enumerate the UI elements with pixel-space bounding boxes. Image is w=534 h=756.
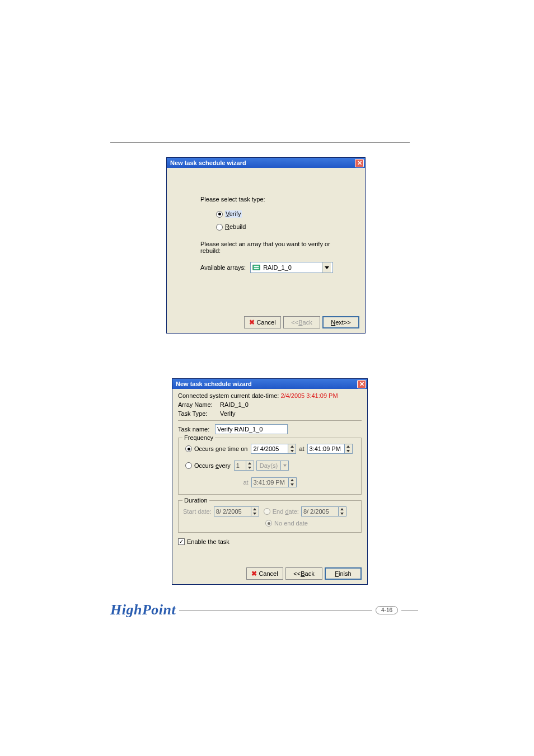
task-name-input[interactable]	[215, 424, 288, 434]
array-name-row: Array Name: RAID_1_0	[178, 401, 362, 408]
select-array-label: Please select an array that you want to …	[200, 241, 348, 254]
dialog1-buttons: ✖Cancel <<Back Next>>	[244, 316, 359, 328]
at-label-2: at	[243, 479, 248, 486]
radio-occurs-every[interactable]	[185, 462, 192, 469]
duration-group-title: Duration	[182, 497, 209, 504]
spinner-icon[interactable]	[344, 444, 352, 453]
available-arrays-label: Available arrays:	[200, 264, 246, 271]
spinner-icon	[288, 478, 296, 487]
enable-task-row[interactable]: Enable the task	[178, 538, 362, 545]
chevron-down-icon[interactable]	[322, 262, 331, 273]
titlebar: New task schedule wizard ✕	[172, 379, 367, 389]
start-date-label: Start date:	[183, 508, 212, 515]
selected-array-text: RAID_1_0	[263, 264, 292, 271]
select-task-type-label: Please select task type:	[200, 196, 348, 203]
wizard-dialog-step1: New task schedule wizard ✕ Please select…	[166, 157, 366, 334]
cancel-button[interactable]: ✖Cancel	[246, 567, 283, 580]
spinner-icon	[246, 461, 254, 470]
task-name-row: Task name:	[178, 424, 362, 434]
frequency-group-title: Frequency	[182, 434, 215, 441]
divider	[178, 420, 362, 421]
end-date-label: End date:	[273, 508, 299, 515]
title-text: New task schedule wizard	[176, 381, 252, 387]
task-type-row: Task Type: Verify	[178, 410, 362, 417]
radio-end-date	[264, 508, 270, 515]
occurs-one-date-spinner[interactable]	[251, 444, 296, 454]
array-name-value: RAID_1_0	[220, 401, 249, 408]
occurs-every-at-row: at	[183, 477, 357, 487]
header-rule	[110, 142, 410, 143]
radio-no-end-date	[265, 520, 272, 527]
occurs-every-value-spinner	[234, 461, 254, 471]
dialog2-body: Connected system current date-time: 2/4/…	[172, 389, 367, 545]
occurs-every-time-spinner	[251, 477, 297, 487]
frequency-group: Frequency Occurs one time on at Occurs e…	[178, 438, 362, 495]
dialog2-buttons: ✖Cancel <<Back Finish	[246, 567, 362, 580]
cancel-button[interactable]: ✖Cancel	[244, 316, 281, 328]
svg-rect-2	[254, 268, 259, 269]
occurs-one-date-input[interactable]	[251, 444, 288, 453]
array-icon	[252, 264, 260, 271]
task-type-value: Verify	[220, 410, 236, 417]
occurs-every-unit-select: Day(s)	[256, 461, 289, 471]
radio-verify[interactable]: Verify	[216, 210, 348, 218]
back-button: <<Back	[283, 316, 320, 328]
close-icon[interactable]: ✕	[357, 380, 366, 388]
spinner-icon	[338, 507, 346, 516]
duration-dates-row: Start date: End date:	[183, 506, 357, 516]
next-button[interactable]: Next>>	[322, 316, 359, 328]
at-label: at	[299, 445, 304, 452]
x-icon: ✖	[249, 318, 255, 326]
chevron-down-icon	[280, 461, 288, 470]
page-footer: HighPoint 4-16	[110, 602, 418, 618]
current-datetime-row: Connected system current date-time: 2/4/…	[178, 392, 362, 399]
page-number-badge: 4-16	[376, 606, 398, 614]
occurs-every-value-input	[235, 461, 246, 470]
occurs-one-time-row: Occurs one time on at	[183, 444, 357, 454]
finish-button[interactable]: Finish	[325, 567, 362, 580]
no-end-date-row: No end date	[183, 520, 357, 527]
radio-dot-icon	[216, 224, 223, 231]
radio-rebuild[interactable]: Rebuild	[216, 223, 348, 231]
radio-dot-icon	[216, 211, 223, 218]
title-text: New task schedule wizard	[170, 159, 246, 166]
occurs-every-label: Occurs every	[194, 462, 231, 469]
radio-occurs-one[interactable]	[185, 445, 192, 452]
occurs-one-label: Occurs one time on	[194, 445, 247, 452]
no-end-date-label: No end date	[274, 520, 308, 527]
end-date-spinner	[301, 506, 346, 516]
highpoint-logo: HighPoint	[110, 602, 176, 618]
occurs-every-time-input	[252, 478, 288, 487]
end-date-input	[302, 507, 338, 516]
radio-verify-label: Verify	[225, 210, 242, 218]
duration-group: Duration Start date: End date: No end da…	[178, 500, 362, 533]
occurs-every-row: Occurs every Day(s)	[183, 461, 357, 471]
spinner-icon[interactable]	[288, 444, 296, 453]
occurs-one-time-input[interactable]	[308, 444, 344, 453]
available-arrays-select[interactable]: RAID_1_0	[250, 262, 333, 273]
radio-rebuild-label: Rebuild	[225, 223, 246, 231]
close-icon[interactable]: ✕	[355, 159, 364, 167]
current-datetime-value: 2/4/2005 3:41:09 PM	[280, 392, 338, 399]
enable-task-checkbox[interactable]	[178, 538, 185, 545]
svg-rect-0	[253, 265, 260, 270]
task-name-label: Task name:	[178, 426, 215, 433]
dialog1-body: Please select task type: Verify Rebuild …	[167, 168, 365, 273]
enable-task-label: Enable the task	[187, 538, 229, 545]
titlebar: New task schedule wizard ✕	[167, 158, 365, 168]
wizard-dialog-step2: New task schedule wizard ✕ Connected sys…	[172, 378, 368, 585]
footer-rule	[179, 610, 372, 611]
footer-rule-tail	[401, 610, 418, 611]
svg-rect-1	[254, 266, 259, 267]
spinner-icon	[251, 507, 259, 516]
back-button[interactable]: <<Back	[285, 567, 322, 580]
start-date-input	[214, 507, 251, 516]
occurs-every-unit-text: Day(s)	[257, 462, 280, 469]
occurs-one-time-spinner[interactable]	[307, 444, 353, 454]
start-date-spinner	[214, 506, 259, 516]
x-icon: ✖	[251, 570, 257, 577]
